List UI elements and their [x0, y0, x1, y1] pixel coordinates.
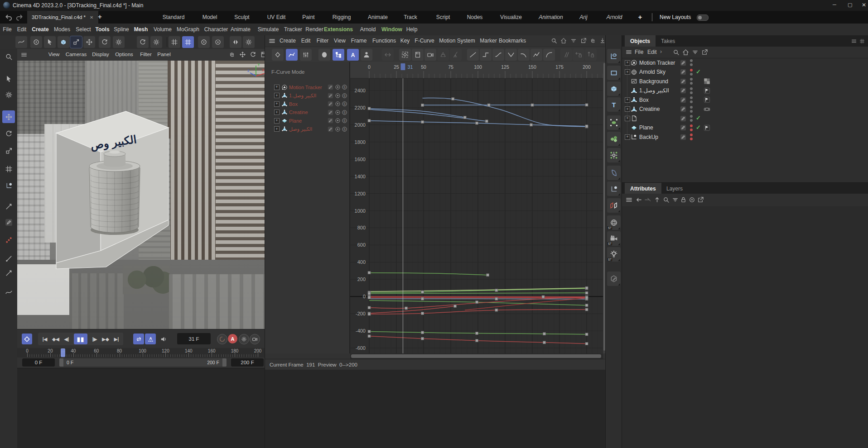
fcurve-search-icon[interactable] — [551, 38, 557, 44]
fcurve-menu-functions[interactable]: Functions — [372, 38, 396, 44]
expand-icon[interactable]: + — [625, 106, 630, 112]
previous-key-button[interactable]: ◆◀ — [51, 334, 61, 344]
move-keys-button[interactable] — [382, 49, 394, 61]
coordinate-system-button[interactable] — [137, 36, 149, 48]
go-to-start-button[interactable]: |◀ — [40, 334, 50, 344]
render-visibility-dot[interactable] — [690, 100, 693, 103]
edit-icon[interactable] — [680, 106, 686, 112]
menu-arnold[interactable]: Arnold — [360, 26, 376, 33]
object-row[interactable]: + Motion Tracker — [622, 58, 868, 67]
create-primitive-cube-button[interactable] — [607, 81, 621, 96]
objects-search-icon[interactable] — [673, 49, 680, 56]
scale-tool-button[interactable] — [2, 144, 15, 157]
spline-pen-tool-button[interactable] — [2, 286, 15, 299]
menu-help[interactable]: Help — [406, 26, 418, 33]
create-volume-builder-button[interactable] — [607, 132, 621, 146]
visibility-icon[interactable] — [335, 84, 341, 90]
fcurve-menu-motion-system[interactable]: Motion System — [439, 38, 475, 44]
fcurve-menu-key[interactable]: Key — [400, 38, 410, 44]
menu-modes[interactable]: Modes — [54, 26, 70, 33]
object-row[interactable]: + ✓ — [622, 114, 868, 123]
viewport-menu-panel[interactable]: Panel — [157, 52, 170, 57]
render-visibility-dot[interactable] — [690, 63, 693, 66]
create-spline-pen-button[interactable] — [607, 49, 621, 63]
range-start-field[interactable]: 0 F — [22, 358, 55, 367]
flag-tag-icon[interactable] — [704, 124, 710, 131]
expand-icon[interactable]: + — [625, 97, 630, 103]
expand-icon[interactable]: + — [625, 134, 630, 140]
timeline-scrubber[interactable] — [61, 348, 65, 357]
interpolation-ease-button[interactable] — [492, 49, 504, 61]
edit-icon[interactable] — [680, 97, 686, 103]
flag-tag-icon[interactable] — [704, 96, 710, 103]
interpolation-ease-out-button[interactable] — [543, 49, 555, 61]
fcurve-tree-row[interactable]: + Motion Tracker S — [265, 83, 349, 91]
render-visibility-dot[interactable] — [690, 119, 693, 122]
layout-tab-arij[interactable]: Arij — [579, 14, 587, 20]
edit-icon[interactable] — [680, 124, 686, 131]
fcurve-menu-view[interactable]: View — [334, 38, 346, 44]
panel-corner-menu-icon[interactable] — [851, 38, 857, 44]
fcurve-tree-row[interactable]: + الكبير وصل.1 S — [265, 92, 349, 100]
solo-icon[interactable]: S — [342, 118, 347, 124]
fcurve-menu-marker[interactable]: Marker — [480, 38, 497, 44]
layout-tab-rigging[interactable]: Rigging — [333, 14, 351, 20]
fcurve-menu-create[interactable]: Create — [280, 38, 296, 44]
layout-tab-nodes[interactable]: Nodes — [467, 14, 483, 20]
editor-visibility-dot[interactable] — [690, 133, 693, 136]
render-picture-viewer-button[interactable] — [250, 334, 260, 344]
viewport-rotate-nav-icon[interactable] — [250, 51, 256, 58]
edit-icon[interactable] — [680, 115, 686, 122]
render-visibility-dot[interactable] — [690, 129, 693, 131]
render-settings-button[interactable] — [239, 334, 249, 344]
layout-tab-visualize[interactable]: Visualize — [500, 14, 522, 20]
expand-icon[interactable]: + — [274, 85, 280, 90]
track-selection-icon[interactable] — [689, 196, 695, 203]
interpolation-linear-button[interactable] — [467, 49, 479, 61]
menu-tracker[interactable]: Tracker — [284, 26, 302, 33]
selection-tool-button[interactable] — [2, 72, 15, 85]
menu-tools[interactable]: Tools — [95, 26, 109, 33]
edit-icon[interactable] — [328, 118, 333, 124]
objects-menu-overflow[interactable]: › — [660, 48, 662, 55]
tool-settings-button[interactable] — [113, 36, 125, 48]
viewport-menu-icon[interactable] — [21, 52, 27, 58]
lock-icon[interactable] — [680, 196, 687, 203]
maximize-button[interactable]: ▢ — [848, 2, 852, 8]
object-row[interactable]: + Box — [622, 95, 868, 104]
volume-button[interactable] — [158, 334, 169, 344]
viewport-menu-cameras[interactable]: Cameras — [66, 52, 87, 57]
edit-icon[interactable] — [680, 78, 686, 85]
link-selection-button[interactable] — [361, 49, 372, 61]
objects-menu-file[interactable]: File — [635, 49, 643, 55]
objects-menu-icon[interactable] — [626, 49, 632, 55]
fcurve-tree-row[interactable]: + الكبير وصل S — [265, 125, 349, 133]
fcurve-graph[interactable]: 0255075100125150175200312400220020001800… — [350, 62, 603, 353]
sketch-tool-button[interactable] — [2, 216, 15, 229]
select-tool-button[interactable] — [44, 36, 56, 48]
create-camera-button[interactable]: ST — [607, 231, 621, 246]
edit-icon[interactable] — [328, 93, 333, 99]
lock-time-button[interactable] — [573, 49, 584, 61]
scale-tool-button[interactable] — [70, 36, 82, 48]
box-tool-button[interactable] — [412, 49, 424, 61]
viewport-scene[interactable]: الكبير وص Y X Z — [17, 61, 265, 329]
fcurve-tree-row[interactable]: + Creatine S — [265, 109, 349, 116]
tab-objects[interactable]: Objects — [625, 35, 656, 47]
layout-tab-script[interactable]: Script — [436, 14, 450, 20]
add-document-tab-button[interactable]: + — [98, 13, 102, 20]
tab-takes[interactable]: Takes — [656, 35, 680, 47]
layout-tab-animate[interactable]: Animate — [368, 14, 388, 20]
fcurve-pin-icon[interactable] — [599, 38, 606, 44]
solo-icon[interactable]: S — [342, 93, 347, 99]
interpolation-step-button[interactable] — [480, 49, 492, 61]
tab-attributes[interactable]: Attributes — [625, 183, 661, 194]
key-mode-button[interactable] — [272, 49, 284, 61]
create-xpresso-button[interactable] — [607, 198, 621, 213]
menu-select[interactable]: Select — [76, 26, 91, 33]
remove-unused-button[interactable] — [450, 49, 462, 61]
render-visibility-dot[interactable] — [690, 138, 693, 140]
editor-visibility-dot[interactable] — [690, 96, 693, 99]
edit-icon[interactable] — [680, 134, 686, 140]
menu-edit[interactable]: Edit — [17, 26, 27, 33]
